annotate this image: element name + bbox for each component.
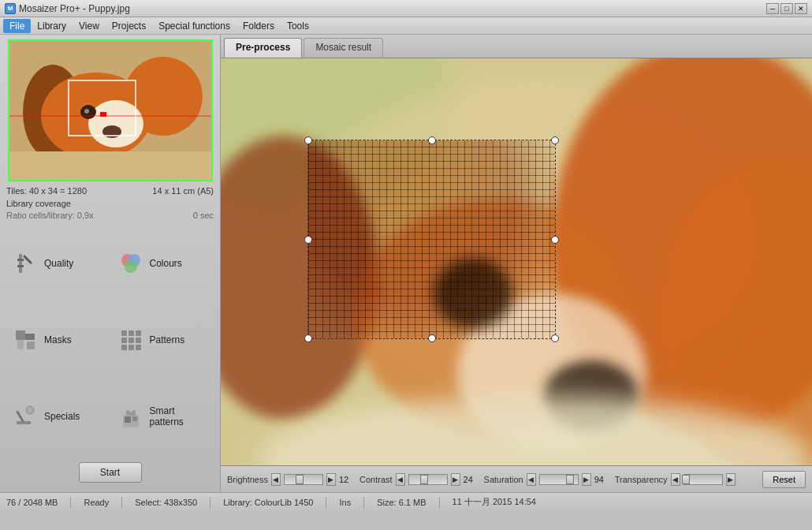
contrast-value: 24 (464, 475, 479, 484)
status-bar: 76 / 2048 MB Ready Select: 438x350 Libra… (0, 492, 812, 511)
sep1 (70, 497, 71, 508)
close-button[interactable]: ✕ (795, 3, 807, 14)
svg-rect-23 (27, 342, 35, 349)
transparency-track[interactable] (683, 474, 723, 485)
handle-top-center[interactable] (428, 136, 436, 144)
minimize-button[interactable]: ─ (766, 3, 779, 14)
window-controls[interactable]: ─ □ ✕ (766, 3, 807, 14)
time-label: 0 sec (193, 211, 214, 220)
svg-rect-21 (17, 340, 24, 349)
menu-projects[interactable]: Projects (106, 19, 152, 33)
tab-bar: Pre-process Mosaic result (221, 35, 812, 58)
svg-rect-24 (121, 330, 127, 336)
saturation-down-arrow[interactable]: ◀ (527, 473, 536, 486)
handle-top-left[interactable] (304, 136, 312, 144)
start-button[interactable]: Start (79, 462, 142, 483)
canvas-area (221, 58, 812, 465)
tool-smart-patterns[interactable]: Smartpatterns (112, 379, 214, 453)
tool-masks[interactable]: Masks (6, 304, 109, 377)
brightness-thumb (296, 475, 304, 484)
saturation-label: Saturation (484, 475, 523, 484)
handle-middle-left[interactable] (304, 236, 312, 244)
brightness-down-arrow[interactable]: ◀ (271, 473, 281, 486)
svg-rect-11 (100, 112, 106, 117)
quality-label: Quality (44, 258, 73, 269)
saturation-thumb (566, 475, 574, 484)
title-bar-left: M Mosaizer Pro+ - Puppy.jpg (5, 3, 130, 14)
restore-button[interactable]: □ (780, 3, 793, 14)
sep3 (210, 497, 210, 508)
handle-top-right[interactable] (551, 136, 559, 144)
contrast-down-arrow[interactable]: ◀ (396, 473, 405, 486)
saturation-group: Saturation ◀ ▶ 94 (484, 473, 610, 486)
svg-rect-37 (125, 416, 131, 423)
svg-rect-34 (16, 410, 24, 422)
smart-patterns-label: Smartpatterns (150, 405, 184, 427)
svg-rect-28 (129, 338, 134, 343)
tab-mosaic-result[interactable]: Mosaic result (304, 38, 383, 58)
svg-rect-25 (129, 330, 134, 336)
specials-icon (13, 404, 38, 429)
thumbnail-image (9, 41, 211, 180)
contrast-label: Contrast (359, 475, 393, 484)
datetime-status: 11 十一月 2015 14:54 (453, 496, 536, 508)
svg-rect-27 (121, 338, 127, 343)
tool-specials[interactable]: Specials (6, 379, 109, 453)
transparency-thumb (682, 475, 690, 484)
thumbnail-area (8, 39, 213, 181)
svg-point-19 (125, 260, 137, 273)
library-status: Library: ColourLib 1450 (223, 498, 313, 507)
svg-rect-8 (9, 151, 213, 181)
tiles-info: Tiles: 40 x 34 = 1280 14 x 11 cm (A5) (3, 183, 217, 197)
contrast-up-arrow[interactable]: ▶ (451, 473, 460, 486)
handle-bottom-right[interactable] (551, 334, 559, 342)
tool-quality[interactable]: Quality (6, 227, 109, 300)
svg-rect-30 (121, 345, 127, 350)
brightness-track[interactable] (284, 474, 323, 485)
svg-rect-26 (136, 330, 141, 336)
svg-rect-40 (129, 407, 133, 412)
size-status: Size: 6.1 MB (377, 498, 426, 507)
window-title: Mosaizer Pro+ - Puppy.jpg (19, 3, 130, 14)
tab-pre-process[interactable]: Pre-process (224, 38, 302, 58)
transparency-label: Transparency (615, 475, 668, 484)
menu-special-functions[interactable]: Special functions (152, 19, 237, 33)
svg-line-15 (24, 256, 32, 263)
svg-point-6 (84, 109, 89, 114)
handle-middle-right[interactable] (551, 236, 559, 244)
quality-icon (13, 251, 38, 276)
tiles-label: Tiles: 40 x 34 = 1280 (6, 186, 87, 196)
menu-bar: File Library View Projects Special funct… (0, 17, 812, 35)
transparency-down-arrow[interactable]: ◀ (671, 473, 680, 486)
menu-folders[interactable]: Folders (237, 19, 281, 33)
saturation-value: 94 (594, 475, 610, 484)
memory-status: 76 / 2048 MB (6, 498, 58, 507)
svg-rect-31 (129, 345, 134, 350)
brightness-group: Brightness ◀ ▶ 12 (227, 473, 355, 486)
sep4 (326, 497, 326, 508)
menu-file[interactable]: File (3, 19, 31, 33)
menu-library[interactable]: Library (31, 19, 73, 33)
svg-rect-38 (132, 416, 137, 421)
svg-rect-22 (25, 334, 35, 340)
saturation-up-arrow[interactable]: ▶ (582, 473, 591, 486)
left-panel: Tiles: 40 x 34 = 1280 14 x 11 cm (A5) Li… (0, 35, 221, 492)
tool-patterns[interactable]: Patterns (112, 304, 214, 377)
transparency-up-arrow[interactable]: ▶ (726, 473, 736, 486)
specials-label: Specials (44, 411, 80, 422)
masks-label: Masks (44, 334, 72, 345)
mosaic-selection (307, 140, 556, 339)
contrast-track[interactable] (408, 474, 448, 485)
ratio-row: Ratio cells/library: 0,9x 0 sec (3, 210, 217, 221)
bottom-slider-bar: Brightness ◀ ▶ 12 Contrast ◀ ▶ 24 (221, 465, 812, 492)
right-panel: Pre-process Mosaic result (221, 35, 812, 492)
menu-view[interactable]: View (73, 19, 106, 33)
brightness-up-arrow[interactable]: ▶ (326, 473, 336, 486)
handle-bottom-center[interactable] (428, 334, 436, 342)
handle-bottom-left[interactable] (304, 334, 312, 342)
saturation-track[interactable] (539, 474, 579, 485)
contrast-group: Contrast ◀ ▶ 24 (359, 473, 479, 486)
reset-button[interactable]: Reset (762, 471, 806, 488)
tool-colours[interactable]: Colours (112, 227, 214, 300)
menu-tools[interactable]: Tools (281, 19, 315, 33)
